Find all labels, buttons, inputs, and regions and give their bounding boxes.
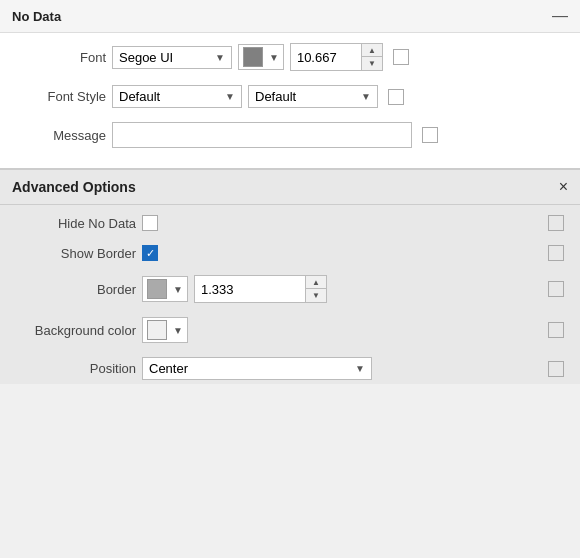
message-controls [112,122,564,148]
message-label: Message [16,128,106,143]
position-arrow-icon: ▼ [355,363,365,374]
advanced-panel: Advanced Options × Hide No Data Show Bor… [0,169,580,384]
font-style-value2: Default [255,89,296,104]
font-row-checkbox[interactable] [393,49,409,65]
font-label: Font [16,50,106,65]
border-width-up-button[interactable]: ▲ [306,276,326,289]
border-label: Border [16,282,136,297]
font-color-arrow-icon: ▼ [269,52,279,63]
show-border-row: Show Border ✓ [0,235,580,265]
font-family-dropdown[interactable]: Segoe UI ▼ [112,46,232,69]
top-panel: No Data — Font Segoe UI ▼ ▼ 10.667 ▲ ▼ [0,0,580,169]
position-controls: Center ▼ [142,357,542,380]
border-width-spinner-buttons: ▲ ▼ [305,276,326,302]
background-color-button[interactable]: ▼ [142,317,188,343]
font-size-input[interactable]: 10.667 [291,44,361,70]
font-size-down-button[interactable]: ▼ [362,57,382,70]
font-family-value: Segoe UI [119,50,173,65]
border-color-button[interactable]: ▼ [142,276,188,302]
position-row-checkbox[interactable] [548,361,564,377]
border-row: Border ▼ 1.333 ▲ ▼ [0,265,580,307]
hide-no-data-row-checkbox[interactable] [548,215,564,231]
font-row: Font Segoe UI ▼ ▼ 10.667 ▲ ▼ [0,33,580,75]
background-color-label: Background color [16,323,136,338]
minimize-button[interactable]: — [552,8,568,24]
font-size-spinner: 10.667 ▲ ▼ [290,43,383,71]
font-size-up-button[interactable]: ▲ [362,44,382,57]
font-style-arrow2-icon: ▼ [361,91,371,102]
message-row: Message [0,112,580,152]
font-style-row-checkbox[interactable] [388,89,404,105]
border-width-input[interactable]: 1.333 [195,276,305,302]
hide-no-data-row: Hide No Data [0,205,580,235]
border-width-spinner: 1.333 ▲ ▼ [194,275,327,303]
font-family-arrow-icon: ▼ [215,52,225,63]
advanced-title: Advanced Options [12,179,136,195]
hide-no-data-label: Hide No Data [16,216,136,231]
show-border-controls: ✓ [142,245,542,261]
font-color-button[interactable]: ▼ [238,44,284,70]
font-style-controls: Default ▼ Default ▼ [112,85,564,108]
background-color-row: Background color ▼ [0,307,580,347]
background-color-controls: ▼ [142,317,542,343]
border-width-down-button[interactable]: ▼ [306,289,326,302]
font-style-arrow1-icon: ▼ [225,91,235,102]
font-style-dropdown1[interactable]: Default ▼ [112,85,242,108]
message-input[interactable] [112,122,412,148]
font-style-value1: Default [119,89,160,104]
hide-no-data-checkbox[interactable] [142,215,158,231]
advanced-title-bar: Advanced Options × [0,169,580,205]
font-size-spinner-buttons: ▲ ▼ [361,44,382,70]
font-style-label: Font Style [16,89,106,104]
position-value: Center [149,361,188,376]
show-border-row-checkbox[interactable] [548,245,564,261]
border-color-swatch [147,279,167,299]
close-button[interactable]: × [559,178,568,196]
font-style-dropdown2[interactable]: Default ▼ [248,85,378,108]
show-border-checkmark: ✓ [146,247,155,260]
background-color-row-checkbox[interactable] [548,322,564,338]
font-color-swatch [243,47,263,67]
message-row-checkbox[interactable] [422,127,438,143]
panel-title: No Data [12,9,61,24]
background-color-arrow-icon: ▼ [173,325,183,336]
position-row: Position Center ▼ [0,347,580,384]
hide-no-data-controls [142,215,542,231]
top-title-bar: No Data — [0,0,580,33]
background-color-swatch [147,320,167,340]
font-style-row: Font Style Default ▼ Default ▼ [0,75,580,112]
border-controls: ▼ 1.333 ▲ ▼ [142,275,542,303]
position-label: Position [16,361,136,376]
position-dropdown[interactable]: Center ▼ [142,357,372,380]
border-color-arrow-icon: ▼ [173,284,183,295]
font-controls: Segoe UI ▼ ▼ 10.667 ▲ ▼ [112,43,564,71]
show-border-label: Show Border [16,246,136,261]
show-border-checkbox[interactable]: ✓ [142,245,158,261]
border-row-checkbox[interactable] [548,281,564,297]
